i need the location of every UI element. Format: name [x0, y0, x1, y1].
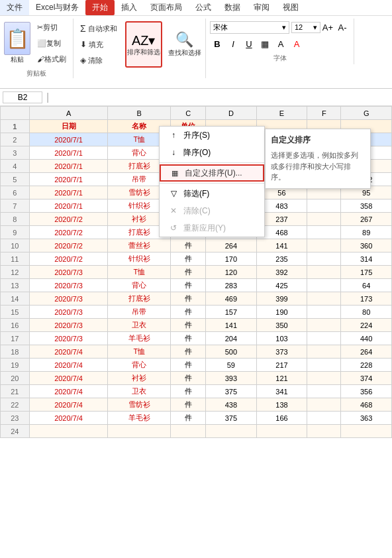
cell-col6-row12[interactable]: 175 [341, 266, 392, 279]
sort-desc-item[interactable]: ↓ 降序(O) [160, 144, 264, 161]
find-button[interactable]: 🔍 查找和选择 [166, 21, 203, 68]
cell-col0-row21[interactable]: 2020/7/4 [29, 385, 108, 398]
menu-home[interactable]: 开始 [85, 0, 115, 15]
cell-col2-row16[interactable]: 件 [171, 319, 206, 332]
cell-col3-row24[interactable] [206, 425, 257, 438]
cell-col5-row18[interactable] [307, 345, 341, 359]
increase-font-button[interactable]: A+ [320, 20, 335, 34]
font-name-box[interactable]: 宋体 ▾ [210, 21, 289, 34]
cell-col2-row24[interactable] [171, 425, 206, 438]
cell-col3-row22[interactable]: 438 [206, 398, 257, 412]
cell-col5-row9[interactable] [307, 226, 341, 239]
cell-col4-row21[interactable]: 341 [256, 385, 307, 398]
cell-ref-input[interactable] [3, 91, 42, 103]
cell-col4-row19[interactable]: 217 [256, 359, 307, 372]
formula-input[interactable] [53, 93, 389, 102]
menu-insert[interactable]: 插入 [115, 0, 144, 15]
cell-col6-row13[interactable]: 64 [341, 279, 392, 292]
cut-button[interactable]: ✂ 剪切 [34, 20, 69, 34]
cell-col1-row13[interactable]: 背心 [108, 279, 171, 292]
cell-col4-row17[interactable]: 103 [256, 332, 307, 345]
cell-col1-row22[interactable]: 雪纺衫 [108, 398, 171, 412]
cell-col4-row14[interactable]: 399 [256, 292, 307, 306]
cell-col0-row18[interactable]: 2020/7/4 [29, 345, 108, 359]
cell-col4-row11[interactable]: 235 [256, 252, 307, 266]
cell-col5-row22[interactable] [307, 398, 341, 412]
cell-col1-row15[interactable]: 吊带 [108, 306, 171, 319]
cell-col1-row11[interactable]: 针织衫 [108, 252, 171, 266]
cell-col6-row8[interactable]: 267 [341, 213, 392, 226]
font-color-button[interactable]: A [289, 36, 304, 51]
cell-col2-row22[interactable]: 件 [171, 398, 206, 412]
cell-col0-row20[interactable]: 2020/7/4 [29, 372, 108, 385]
menu-review[interactable]: 审阅 [247, 0, 276, 15]
italic-button[interactable]: I [226, 36, 240, 51]
autosum-button[interactable]: Σ 自动求和 [77, 21, 120, 36]
cell-col1-row12[interactable]: T恤 [108, 266, 171, 279]
filter-item[interactable]: ▽ 筛选(F) [160, 185, 264, 202]
cell-col3-row23[interactable]: 375 [206, 412, 257, 425]
cell-col5-row21[interactable] [307, 385, 341, 398]
cell-col3-row13[interactable]: 283 [206, 279, 257, 292]
paste-button[interactable]: 粘贴 [11, 55, 24, 64]
custom-sort-item[interactable]: ▦ 自定义排序(U)... [160, 164, 264, 182]
cell-col0-row2[interactable]: 2020/7/1 [29, 133, 108, 146]
cell-A1[interactable]: 日期 [29, 120, 108, 133]
col-D[interactable]: D [206, 107, 257, 120]
cell-col2-row17[interactable]: 件 [171, 332, 206, 345]
cell-col6-row18[interactable]: 264 [341, 345, 392, 359]
cell-col3-row12[interactable]: 120 [206, 266, 257, 279]
cell-col2-row23[interactable]: 件 [171, 412, 206, 425]
col-E[interactable]: E [256, 107, 307, 120]
cell-col6-row19[interactable]: 228 [341, 359, 392, 372]
cell-col3-row17[interactable]: 204 [206, 332, 257, 345]
cell-col0-row4[interactable]: 2020/7/1 [29, 160, 108, 173]
sort-asc-item[interactable]: ↑ 升序(S) [160, 127, 264, 144]
cell-col0-row17[interactable]: 2020/7/3 [29, 332, 108, 345]
cell-col4-row22[interactable]: 138 [256, 398, 307, 412]
cell-col3-row10[interactable]: 264 [206, 239, 257, 252]
cell-col0-row15[interactable]: 2020/7/3 [29, 306, 108, 319]
cell-col2-row10[interactable]: 件 [171, 239, 206, 252]
cell-col5-row16[interactable] [307, 319, 341, 332]
copy-button[interactable]: ⬜ 复制 [34, 36, 69, 50]
col-C[interactable]: C [171, 107, 206, 120]
cell-col5-row12[interactable] [307, 266, 341, 279]
cell-col1-row21[interactable]: 卫衣 [108, 385, 171, 398]
cell-col5-row24[interactable] [307, 425, 341, 438]
menu-formula[interactable]: 公式 [189, 0, 218, 15]
cell-col5-row15[interactable] [307, 306, 341, 319]
cell-col5-row11[interactable] [307, 252, 341, 266]
cell-col1-row23[interactable]: 羊毛衫 [108, 412, 171, 425]
cell-col0-row12[interactable]: 2020/7/3 [29, 266, 108, 279]
cell-col1-row24[interactable] [108, 425, 171, 438]
cell-col0-row11[interactable]: 2020/7/2 [29, 252, 108, 266]
font-size-box[interactable]: 12 ▾ [291, 22, 320, 33]
col-F[interactable]: F [307, 107, 341, 120]
cell-col0-row9[interactable]: 2020/7/2 [29, 226, 108, 239]
cell-col2-row13[interactable]: 件 [171, 279, 206, 292]
cell-col1-row20[interactable]: 衬衫 [108, 372, 171, 385]
col-G[interactable]: G [341, 107, 392, 120]
cell-col4-row12[interactable]: 392 [256, 266, 307, 279]
cell-col6-row11[interactable]: 314 [341, 252, 392, 266]
cell-col3-row11[interactable]: 170 [206, 252, 257, 266]
clear-button[interactable]: ◈ 清除 [77, 53, 120, 68]
fill-button[interactable]: ⬇ 填充 [77, 37, 120, 52]
cell-col0-row10[interactable]: 2020/7/2 [29, 239, 108, 252]
decrease-font-button[interactable]: A- [335, 20, 350, 34]
cell-col6-row20[interactable]: 374 [341, 372, 392, 385]
cell-col0-row13[interactable]: 2020/7/3 [29, 279, 108, 292]
cell-col3-row15[interactable]: 157 [206, 306, 257, 319]
cell-col4-row20[interactable]: 121 [256, 372, 307, 385]
cell-col1-row17[interactable]: 羊毛衫 [108, 332, 171, 345]
cell-col3-row14[interactable]: 469 [206, 292, 257, 306]
cell-col6-row24[interactable] [341, 425, 392, 438]
cell-col1-row14[interactable]: 打底衫 [108, 292, 171, 306]
cell-col3-row21[interactable]: 375 [206, 385, 257, 398]
cell-col2-row21[interactable]: 件 [171, 385, 206, 398]
menu-file[interactable]: 文件 [0, 0, 29, 15]
menu-excel[interactable]: Excel与财务 [29, 0, 85, 15]
cell-col2-row14[interactable]: 件 [171, 292, 206, 306]
cell-col4-row23[interactable]: 166 [256, 412, 307, 425]
